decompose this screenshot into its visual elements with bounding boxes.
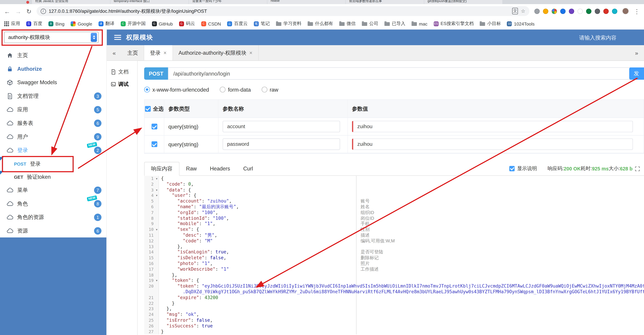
fold-arrow-icon[interactable]	[155, 300, 159, 306]
param-value-input[interactable]: zuihou	[352, 121, 633, 132]
param-name-input[interactable]: password	[223, 138, 340, 150]
fold-arrow-icon[interactable]: ▼	[155, 227, 159, 232]
search-input[interactable]	[579, 34, 636, 40]
extension-white[interactable]	[578, 8, 583, 14]
sidebar-item-POST-登录[interactable]: POST 登录	[0, 157, 106, 171]
fold-arrow-icon[interactable]	[155, 210, 159, 216]
sidebar-item-角色的资源[interactable]: 角色的资源 1	[0, 210, 106, 224]
extension-purple[interactable]	[569, 8, 574, 14]
sidebar-item-Authorize[interactable]: Authorize	[0, 62, 106, 76]
close-tab-icon[interactable]: ×	[250, 50, 252, 56]
browser-tab[interactable]: 经典 JavaEE 企业应用	[32, 0, 110, 4]
response-tab-Raw[interactable]: Raw	[180, 162, 203, 176]
address-bar[interactable]: i 127.0.0.1:8760/api/gate/doc.html#/auth…	[36, 6, 530, 16]
sidebar-item-Swagger Models[interactable]: Swagger Models	[0, 76, 106, 89]
tab-close-dot-icon[interactable]	[26, 1, 29, 4]
fold-arrow-icon[interactable]	[155, 198, 159, 204]
doc-tab-Authorize-authority-权限模块[interactable]: Authorize-authority-权限模块 ×	[173, 45, 259, 60]
translate-icon[interactable]: 文	[512, 8, 518, 14]
doc-tab-登录[interactable]: 登录 ×	[144, 45, 173, 60]
sidebar-item-菜单[interactable]: 菜单 7	[0, 183, 106, 197]
send-button[interactable]: 发	[629, 68, 644, 80]
browser-tab[interactable]: 前后端参数传递那点事	[346, 0, 424, 4]
radio-icon[interactable]	[220, 86, 226, 92]
fold-arrow-icon[interactable]	[155, 232, 159, 238]
close-tab-icon[interactable]: ×	[164, 50, 166, 56]
doc-nav-调试[interactable]: 调试	[107, 78, 137, 90]
module-select[interactable]: authority-权限模块	[4, 32, 99, 43]
radio-icon[interactable]	[262, 86, 267, 92]
bookmark-Google[interactable]: Google	[71, 21, 92, 26]
sidebar-item-资源[interactable]: 资源 6	[0, 224, 106, 238]
radio-x-www-form-urlencoded[interactable]: x-www-form-urlencoded	[144, 86, 209, 93]
expand-tabs-icon[interactable]: »	[629, 45, 644, 60]
sidebar-item-应用[interactable]: 应用 5	[0, 103, 106, 116]
chrome-menu-icon[interactable]: ⋮	[634, 8, 640, 14]
fold-arrow-icon[interactable]	[155, 244, 159, 250]
fold-arrow-icon[interactable]: ▼	[155, 193, 159, 198]
extension-gray[interactable]	[595, 8, 600, 14]
extension-teal[interactable]	[612, 8, 617, 14]
param-value-input[interactable]: zuihou	[352, 138, 633, 150]
fold-arrow-icon[interactable]	[155, 295, 159, 300]
sidebar-item-文档管理[interactable]: 文档管理 3	[0, 89, 106, 103]
reader-icon[interactable]	[534, 8, 540, 14]
bookmark-star-icon[interactable]: ☆	[521, 9, 525, 14]
sidebar-item-用户[interactable]: 用户 9	[0, 130, 106, 144]
reload-icon[interactable]: ↻	[26, 8, 32, 14]
profile-avatar[interactable]	[622, 8, 629, 14]
response-tab-Curl[interactable]: Curl	[237, 162, 260, 176]
menu-icon[interactable]	[114, 35, 121, 40]
bookmark-GitHub[interactable]: G GitHub	[152, 21, 173, 26]
back-icon[interactable]: ←	[4, 8, 10, 14]
browser-tab[interactable]: 需要来一发吗？少年	[189, 0, 267, 4]
fold-arrow-icon[interactable]	[155, 221, 159, 227]
fold-arrow-icon[interactable]	[155, 289, 159, 295]
bookmark-已导入[interactable]: 已导入	[384, 20, 405, 27]
bookmark-Bing[interactable]: B Bing	[48, 21, 64, 26]
page-info-icon[interactable]: i	[40, 8, 46, 14]
sidebar-item-GET-验证token[interactable]: GET 验证token	[0, 171, 106, 183]
fold-arrow-icon[interactable]	[155, 182, 159, 187]
fold-arrow-icon[interactable]	[155, 272, 159, 278]
fold-arrow-icon[interactable]	[155, 261, 159, 266]
extension-green[interactable]	[586, 8, 592, 14]
fold-arrow-icon[interactable]	[155, 306, 159, 312]
fold-arrow-icon[interactable]	[155, 250, 159, 255]
fold-arrow-icon[interactable]	[155, 323, 159, 329]
sidebar-item-登录[interactable]: 登录 2NEW	[0, 143, 106, 157]
fold-arrow-icon[interactable]: ▼	[155, 176, 159, 182]
select-all-checkbox[interactable]	[145, 106, 150, 112]
fold-arrow-icon[interactable]: ▼	[155, 278, 159, 284]
bookmark-码云[interactable]: G 码云	[179, 20, 195, 27]
extension-google[interactable]	[552, 8, 557, 14]
bookmark-微信[interactable]: 微信	[339, 20, 356, 27]
endpoint-path[interactable]: /api/authority/anno/login	[168, 68, 632, 80]
sidebar-item-角色[interactable]: 角色 8NEW	[0, 197, 106, 210]
bookmark-小目标[interactable]: 小目标	[480, 20, 501, 27]
fold-arrow-icon[interactable]	[155, 318, 159, 323]
radio-form-data[interactable]: form-data	[220, 86, 251, 93]
doc-tab-主页[interactable]: 主页	[122, 45, 144, 60]
bookmark-笔记[interactable]: 笔 笔记	[254, 20, 270, 27]
fold-arrow-icon[interactable]	[155, 312, 159, 318]
extension-orange[interactable]	[543, 8, 548, 14]
bookmark-百度[interactable]: 百 百度	[26, 20, 42, 27]
fold-arrow-icon[interactable]: ▼	[155, 187, 159, 193]
browser-tab[interactable]: hbase	[267, 0, 345, 4]
fullscreen-icon[interactable]	[635, 166, 640, 171]
sidebar-item-主页[interactable]: 主页	[0, 48, 106, 62]
doc-nav-文档[interactable]: 文档	[107, 66, 137, 78]
param-name-input[interactable]: account	[223, 121, 340, 132]
radio-icon[interactable]	[144, 86, 150, 92]
fold-arrow-icon[interactable]	[155, 284, 159, 289]
bookmark-翻译[interactable]: 译 翻译	[98, 20, 114, 27]
fold-arrow-icon[interactable]	[155, 329, 159, 334]
fold-arrow-icon[interactable]	[155, 255, 159, 261]
bookmark-开源中国[interactable]: C 开源中国	[120, 20, 146, 27]
bookmark-CSDN[interactable]: C CSDN	[201, 21, 221, 26]
bookmark-应用[interactable]: 应用	[4, 20, 20, 27]
fold-arrow-icon[interactable]	[155, 216, 159, 221]
bookmark-什么都有[interactable]: 什么都有	[308, 20, 333, 27]
bookmark-mac[interactable]: mac	[412, 21, 428, 26]
